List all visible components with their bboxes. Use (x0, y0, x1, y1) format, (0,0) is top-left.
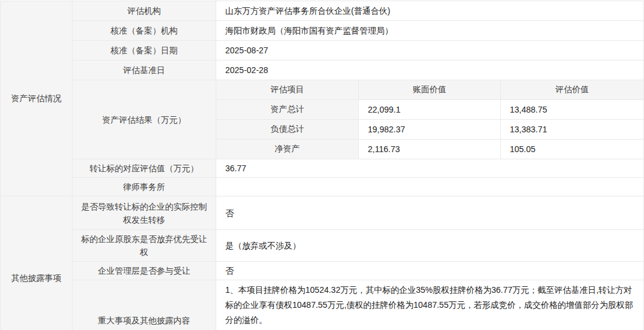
field-label-transfer-target-value: 转让标的对应评估值（万元） (72, 159, 216, 178)
field-label-law-firm: 律师事务所 (72, 178, 216, 196)
field-label-approval-date: 核准（备案）日期 (72, 41, 216, 60)
field-value-control-right-transfer: 否 (216, 196, 644, 230)
field-label-evaluation-result: 资产评估结果（万元） (72, 80, 216, 159)
field-value-evaluation-agency: 山东万方资产评估事务所合伙企业(普通合伙) (216, 1, 644, 21)
disclosure-table: 资产评估情况 评估机构 山东万方资产评估事务所合伙企业(普通合伙) 核准（备案）… (0, 1, 644, 330)
field-value-management-participation: 否 (216, 262, 644, 280)
field-label-approval-agency: 核准（备案）机构 (72, 21, 216, 41)
field-label-management-participation: 企业管理层是否参与受让 (72, 262, 216, 280)
eval-item-label: 负债总计 (216, 120, 359, 140)
field-value-approval-agency: 海阳市财政局（海阳市国有资产监督管理局） (216, 21, 644, 41)
disclosure-page: 资产评估情况 评估机构 山东万方资产评估事务所合伙企业(普通合伙) 核准（备案）… (0, 0, 644, 330)
section-label-asset-evaluation: 资产评估情况 (1, 1, 72, 196)
eval-book-value: 22,099.1 (359, 100, 501, 120)
field-label-control-right-transfer: 是否导致转让标的企业的实际控制权发生转移 (72, 196, 216, 230)
field-value-major-matters: 1、本项目挂牌价格为10524.32万元，其中标的企业35%股权挂牌价格为36.… (216, 280, 644, 330)
field-value-approval-date: 2025-08-27 (216, 41, 644, 60)
field-value-evaluation-base-date: 2025-02-28 (216, 60, 644, 80)
major-matters-paragraph-2: 2、其他重大事项详见山万方评字[2025]第 0406号《资产评估报告》、山万方… (225, 328, 634, 330)
eval-eval-value: 13,488.75 (501, 100, 644, 120)
eval-book-value: 2,116.73 (359, 140, 501, 159)
field-label-evaluation-agency: 评估机构 (72, 1, 216, 21)
field-label-major-matters: 重大事项及其他披露内容 (72, 280, 216, 330)
eval-book-value: 19,982.37 (359, 120, 501, 140)
section-label-other-disclosures: 其他披露事项 (1, 196, 72, 330)
eval-header-book-value: 账面价值 (359, 80, 501, 100)
eval-header-item: 评估项目 (216, 80, 359, 100)
eval-eval-value: 105.05 (501, 140, 644, 159)
eval-item-label: 净资产 (216, 140, 359, 159)
field-value-transfer-target-value: 36.77 (216, 159, 644, 178)
eval-header-eval-value: 评估价值 (501, 80, 644, 100)
field-value-law-firm (216, 178, 644, 196)
field-label-evaluation-base-date: 评估基准日 (72, 60, 216, 80)
eval-item-label: 资产总计 (216, 100, 359, 120)
field-value-waive-preemptive-right: 是（放弃或不涉及） (216, 230, 644, 262)
major-matters-paragraph-1: 1、本项目挂牌价格为10524.32万元，其中标的企业35%股权挂牌价格为36.… (225, 283, 634, 328)
eval-eval-value: 13,383.71 (501, 120, 644, 140)
field-label-waive-preemptive-right: 标的企业原股东是否放弃优先受让权 (72, 230, 216, 262)
